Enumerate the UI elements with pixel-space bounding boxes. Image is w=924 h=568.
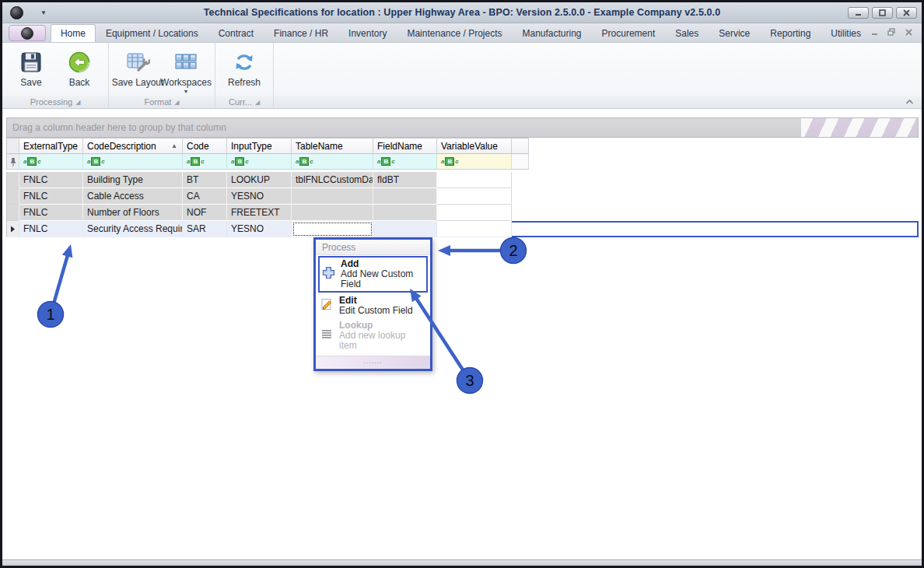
dialog-launcher-icon[interactable]: ◢ (174, 99, 179, 106)
grid-cell-codedescription[interactable]: Security Access Required (83, 221, 183, 237)
refresh-button[interactable]: Refresh (220, 46, 268, 96)
table-row[interactable]: FNLCBuilding TypeBTLOOKUPtblFNLCCustomDa… (6, 172, 919, 188)
abc-b: B (235, 157, 244, 166)
menu-item-edit[interactable]: EditEdit Custom Field (316, 293, 430, 318)
grid-cell-fieldname[interactable]: fldBT (373, 172, 437, 188)
column-header-externaltype[interactable]: ExternalType (19, 138, 83, 154)
chevron-down-icon: ▼ (184, 89, 189, 94)
grid-cell-inputtype[interactable]: YESNO (227, 188, 292, 205)
grid-cell-tablename[interactable] (292, 188, 373, 205)
grid-cell-externaltype[interactable]: FNLC (19, 205, 83, 221)
grid-cell-inputtype[interactable]: LOOKUP (227, 172, 292, 188)
collapse-ribbon-icon[interactable] (905, 97, 914, 107)
grid-cell-variablevalue[interactable] (437, 205, 512, 221)
tab-manufacturing[interactable]: Manufacturing (513, 24, 592, 42)
tab-service[interactable]: Service (709, 24, 760, 42)
tab-contract[interactable]: Contract (208, 24, 264, 42)
table-row[interactable]: FNLCNumber of FloorsNOFFREETEXT (6, 205, 919, 221)
header-trailing-cell (512, 138, 529, 154)
filter-cell-inputtype[interactable]: aBc (227, 154, 292, 170)
back-button[interactable]: Back (55, 46, 103, 96)
grid-cell-codedescription[interactable]: Number of Floors (83, 205, 183, 221)
ribbon: SaveBackSave LayoutWorkspaces▼Refresh (2, 43, 922, 96)
tab-equipment-locations[interactable]: Equipment / Locations (96, 24, 208, 42)
filter-cell-externaltype[interactable]: aBc (19, 154, 83, 170)
grid-cell-variablevalue[interactable] (437, 172, 512, 188)
column-header-tablename[interactable]: TableName (292, 138, 373, 154)
grid-cell-code[interactable]: NOF (183, 205, 227, 221)
filter-cell-codedescription[interactable]: aBc (83, 154, 183, 170)
dialog-launcher-icon[interactable]: ◢ (255, 99, 260, 106)
abc-filter-icon: aBc (377, 157, 395, 166)
application-menu-button[interactable] (9, 25, 46, 41)
save-layout-button[interactable]: Save Layout (114, 46, 162, 96)
tab-procurement[interactable]: Procurement (592, 24, 666, 42)
tab-home[interactable]: Home (51, 24, 96, 42)
save-button[interactable]: Save (7, 46, 55, 96)
tab-maintenance-projects[interactable]: Maintenance / Projects (397, 24, 512, 42)
menu-item-subtitle: Add new lookup item (339, 331, 425, 351)
tab-finance-hr[interactable]: Finance / HR (264, 24, 338, 42)
tab-inventory[interactable]: Inventory (338, 24, 397, 42)
mdi-restore-button[interactable] (887, 25, 896, 39)
grid-cell-code[interactable]: SAR (183, 221, 227, 237)
dialog-launcher-icon[interactable]: ◢ (75, 99, 80, 106)
grid-cell-inputtype[interactable]: YESNO (227, 221, 292, 237)
grid-cell-variablevalue[interactable] (437, 188, 512, 205)
cell-value: FNLC (23, 207, 47, 218)
ribbon-button-label: Save Layout (112, 77, 164, 88)
abc-a: a (187, 158, 190, 165)
grid-cell-externaltype[interactable]: FNLC (19, 172, 83, 188)
window-title: Technical Specifications for location : … (2, 7, 922, 18)
mdi-close-button[interactable] (905, 25, 912, 39)
grid-cell-variablevalue[interactable] (437, 221, 512, 237)
tab-sales[interactable]: Sales (665, 24, 709, 42)
filter-cell-fieldname[interactable]: aBc (373, 154, 437, 170)
filter-cell-code[interactable]: aBc (183, 154, 227, 170)
menu-item-add[interactable]: AddAdd New Custom Field (318, 256, 428, 293)
grid-cell-fieldname[interactable] (373, 205, 437, 221)
grid-cell-tablename[interactable] (292, 221, 373, 237)
grid-cell-fieldname[interactable] (373, 221, 437, 237)
abc-filter-icon: aBc (187, 157, 205, 166)
minimize-button[interactable] (848, 7, 869, 19)
group-by-panel[interactable]: Drag a column header here to group by th… (6, 117, 919, 138)
column-header-codedescription[interactable]: CodeDescription▲ (83, 138, 183, 154)
close-button[interactable] (896, 7, 917, 19)
grid-cell-inputtype[interactable]: FREETEXT (227, 205, 292, 221)
grid-cell-tablename[interactable]: tblFNLCCustomData (292, 172, 373, 188)
maximize-button[interactable] (872, 7, 893, 19)
grid-cell-externaltype[interactable]: FNLC (19, 188, 83, 205)
grid-cell-codedescription[interactable]: Cable Access (83, 188, 183, 205)
grid-cell-fieldname[interactable] (373, 188, 437, 205)
ribbon-group-label: Curr...◢ (215, 96, 274, 108)
table-row[interactable]: FNLCSecurity Access RequiredSARYESNO (6, 221, 919, 237)
table-row[interactable]: FNLCCable AccessCAYESNO (6, 188, 919, 205)
context-menu-resize-grip[interactable]: ....... (316, 356, 430, 369)
header-indicator-cell (6, 138, 19, 154)
column-header-inputtype[interactable]: InputType (227, 138, 292, 154)
grid-client-area: Drag a column header here to group by th… (2, 109, 922, 528)
ribbon-group-processing: SaveBack (2, 43, 109, 96)
mdi-minimize-button[interactable] (871, 25, 878, 39)
filter-cell-variablevalue[interactable]: aBc (437, 154, 512, 170)
ribbon-group-label: Format◢ (109, 96, 215, 108)
menu-item-subtitle: Add New Custom Field (341, 269, 424, 289)
workspaces-button[interactable]: Workspaces▼ (162, 46, 210, 96)
column-header-label: VariableValue (441, 141, 498, 152)
grid-cell-tablename[interactable] (292, 205, 373, 221)
ribbon-group-label-text: Format (145, 97, 172, 107)
tab-reporting[interactable]: Reporting (760, 24, 821, 42)
grid-cell-codedescription[interactable]: Building Type (83, 172, 183, 188)
filter-cell-tablename[interactable]: aBc (292, 154, 373, 170)
grid-cell-externaltype[interactable]: FNLC (19, 221, 83, 237)
tab-utilities[interactable]: Utilities (821, 24, 871, 42)
column-header-code[interactable]: Code (183, 138, 227, 154)
column-header-label: ExternalType (23, 141, 78, 152)
status-bar (2, 559, 922, 566)
column-header-variablevalue[interactable]: VariableValue (437, 138, 512, 154)
grid-cell-code[interactable]: BT (183, 172, 227, 188)
grid-cell-code[interactable]: CA (183, 188, 227, 205)
ribbon-button-label: Workspaces (160, 77, 212, 88)
column-header-fieldname[interactable]: FieldName (373, 138, 437, 154)
